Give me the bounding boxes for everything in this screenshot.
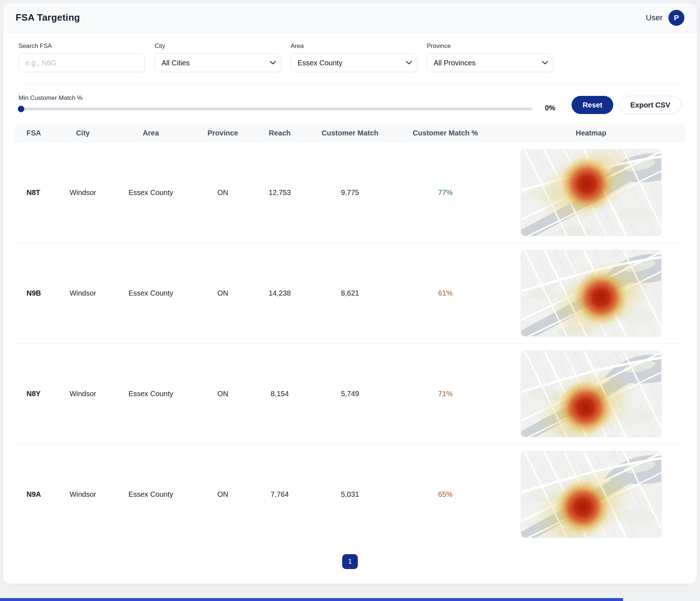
match-percentage: 71%: [438, 390, 453, 398]
user-label: User: [646, 13, 663, 23]
pagination: 1: [3, 545, 697, 584]
cell-city: Windsor: [57, 444, 109, 545]
heatmap-image: [521, 451, 662, 538]
heatmap-image: [521, 350, 662, 437]
table-header-row: FSA City Area Province Reach Customer Ma…: [15, 123, 685, 142]
province-filter-label: Province: [427, 42, 553, 50]
cell-heatmap: [497, 142, 685, 243]
city-select[interactable]: All Cities: [155, 53, 281, 72]
match-percentage: 61%: [438, 289, 453, 297]
slider-thumb[interactable]: [18, 106, 24, 112]
page-title: FSA Targeting: [16, 12, 80, 23]
min-match-slider-block: Min Customer Match %: [19, 94, 532, 110]
heatmap-image: [521, 149, 662, 236]
filter-bar: Search FSA City All Cities Area Essex Co…: [3, 32, 697, 83]
cell-fsa: N9B: [15, 243, 57, 344]
col-header-city: City: [57, 123, 109, 142]
cell-province: ON: [193, 243, 253, 344]
cell-heatmap: [497, 243, 685, 344]
cell-customer-match-pct: 61%: [393, 243, 497, 344]
cell-reach: 7,764: [253, 444, 307, 545]
fsa-table: FSA City Area Province Reach Customer Ma…: [15, 123, 685, 545]
cell-area: Essex County: [109, 142, 193, 243]
cell-customer-match: 5,031: [307, 444, 394, 545]
cell-heatmap: [497, 344, 685, 444]
horizontal-scrollbar-thumb[interactable]: [0, 598, 623, 601]
cell-city: Windsor: [57, 142, 109, 243]
cell-customer-match-pct: 71%: [393, 344, 497, 444]
cell-area: Essex County: [109, 444, 193, 545]
table-row[interactable]: N8Y Windsor Essex County ON 8,154 5,749 …: [15, 344, 685, 444]
match-percentage: 77%: [438, 188, 453, 196]
table-row[interactable]: N8T Windsor Essex County ON 12,753 9,775…: [15, 142, 685, 243]
slider-value: 0%: [545, 104, 561, 112]
col-header-customer-match: Customer Match: [307, 123, 394, 142]
search-fsa-field: Search FSA: [19, 42, 145, 72]
cell-customer-match: 5,749: [307, 344, 394, 444]
col-header-fsa: FSA: [15, 123, 57, 142]
city-filter-label: City: [155, 42, 281, 50]
table-row[interactable]: N9B Windsor Essex County ON 14,238 8,621…: [15, 243, 685, 344]
col-header-heatmap: Heatmap: [497, 123, 685, 142]
cell-customer-match-pct: 77%: [393, 142, 497, 243]
cell-customer-match-pct: 65%: [393, 444, 497, 545]
province-select[interactable]: All Provinces: [427, 53, 553, 72]
area-filter-label: Area: [291, 42, 417, 50]
user-avatar[interactable]: P: [668, 10, 684, 26]
slider-actions-row: Min Customer Match % 0% Reset Export CSV: [3, 84, 697, 123]
search-fsa-label: Search FSA: [19, 42, 145, 50]
min-match-label: Min Customer Match %: [19, 94, 532, 102]
reset-button[interactable]: Reset: [572, 96, 613, 114]
col-header-province: Province: [193, 123, 253, 142]
cell-reach: 14,238: [253, 243, 307, 344]
search-fsa-input[interactable]: [19, 53, 145, 72]
fsa-targeting-panel: FSA Targeting User P Search FSA City All…: [3, 3, 697, 584]
page-1-button[interactable]: 1: [342, 554, 358, 569]
area-filter-field: Area Essex County: [291, 42, 417, 72]
cell-reach: 8,154: [253, 344, 307, 444]
cell-fsa: N9A: [15, 444, 57, 545]
cell-customer-match: 9,775: [307, 142, 394, 243]
col-header-customer-match-pct: Customer Match %: [393, 123, 497, 142]
cell-city: Windsor: [57, 243, 109, 344]
cell-city: Windsor: [57, 344, 109, 444]
cell-province: ON: [193, 142, 253, 243]
table-row[interactable]: N9A Windsor Essex County ON 7,764 5,031 …: [15, 444, 685, 545]
heatmap-image: [521, 250, 662, 337]
fsa-table-wrap: FSA City Area Province Reach Customer Ma…: [3, 123, 697, 545]
cell-area: Essex County: [109, 344, 193, 444]
cell-fsa: N8T: [15, 142, 57, 243]
cell-customer-match: 8,621: [307, 243, 394, 344]
cell-province: ON: [193, 344, 253, 444]
export-csv-button[interactable]: Export CSV: [619, 96, 681, 114]
cell-area: Essex County: [109, 243, 193, 344]
area-select[interactable]: Essex County: [291, 53, 417, 72]
avatar-initial: P: [674, 13, 679, 22]
user-menu: User P: [646, 10, 684, 26]
cell-reach: 12,753: [253, 142, 307, 243]
match-percentage: 65%: [438, 490, 453, 498]
city-filter-field: City All Cities: [155, 42, 281, 72]
cell-province: ON: [193, 444, 253, 545]
min-match-slider[interactable]: [19, 107, 532, 110]
app-header: FSA Targeting User P: [3, 3, 697, 32]
cell-heatmap: [497, 444, 685, 545]
province-filter-field: Province All Provinces: [427, 42, 553, 72]
col-header-reach: Reach: [253, 123, 307, 142]
col-header-area: Area: [109, 123, 193, 142]
cell-fsa: N8Y: [15, 344, 57, 444]
